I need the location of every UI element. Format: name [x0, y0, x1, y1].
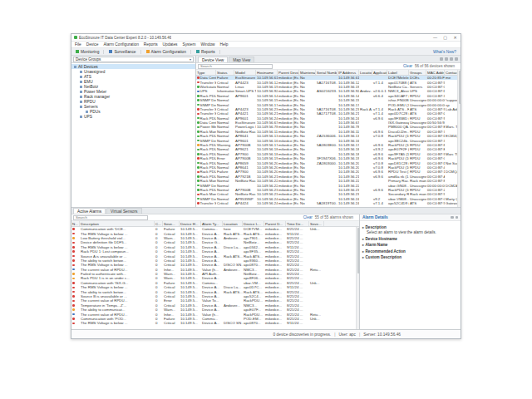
col-device-h[interactable]: Device H...: [180, 221, 201, 226]
col-parent-device[interactable]: Parent Device: [278, 70, 299, 75]
cell: 9/11/24 ...: [286, 285, 309, 289]
table-row[interactable]: UPSInformationalSmart-UPS T...10.149.56.…: [196, 89, 461, 93]
close-icon[interactable]: ✕: [452, 36, 458, 40]
table-row[interactable]: Transfer Swi...CriticalAP442110.149.56.2…: [196, 111, 461, 116]
maximize-icon[interactable]: ▢: [442, 36, 448, 40]
menu-file[interactable]: File: [75, 42, 81, 47]
cell: 8/21/24 ...: [286, 303, 309, 308]
alarm-row[interactable]: The current value of RPDU...0Infor...10.…: [71, 268, 359, 272]
perspective-monitoring[interactable]: Monitoring: [74, 50, 104, 54]
alarm-row[interactable]: Communication with 'DCE...0Failure10.149…: [71, 227, 359, 231]
col-type[interactable]: Type: [196, 70, 216, 75]
table-row[interactable]: Transfer Swi...CriticalAP442410.149.56.2…: [196, 201, 461, 205]
alarm-row[interactable]: Communication with 'ISX-G...0Failure10.1…: [71, 281, 359, 285]
perspective-alarm-configuration[interactable]: Alarm Configuration: [145, 50, 191, 54]
col-seve[interactable]: Seve...: [309, 221, 324, 226]
col-alarm-ty[interactable]: Alarm Ty...: [201, 221, 223, 226]
perspective-surveillance[interactable]: Surveillance: [107, 50, 140, 54]
menu-alarm-configuration[interactable]: Alarm Configuration: [103, 42, 138, 47]
table-row[interactable]: Rack PDUNormalAP864110.149.56.131mikedce…: [196, 134, 461, 138]
cell: The RMS Voltage is below ...: [80, 245, 155, 249]
alarm-row[interactable]: Communication with 'POD...0Failure10.149…: [71, 317, 359, 321]
pin-icon[interactable]: [451, 216, 454, 219]
menu-system[interactable]: System: [182, 42, 195, 47]
col-groups[interactable]: Groups: [409, 70, 426, 75]
col-model[interactable]: Model: [234, 70, 256, 75]
section-alarm-name[interactable]: ▸Alarm Name: [362, 243, 458, 247]
refresh-icon[interactable]: [450, 57, 453, 61]
menu-help[interactable]: Help: [220, 42, 229, 47]
section-device-hostname[interactable]: ▸Device Hostname: [362, 237, 458, 241]
settings-icon[interactable]: [455, 57, 458, 61]
table-row[interactable]: Rack PDUWarningAP7900B10.149.56.170miked…: [196, 143, 461, 147]
scrollbar-thumb[interactable]: [459, 71, 461, 104]
cell: RPDU: [409, 165, 426, 170]
scrollbar-thumb[interactable]: [357, 228, 360, 273]
alarm-table-scrollbar[interactable]: [356, 227, 359, 329]
menu-reports[interactable]: Reports: [144, 42, 158, 47]
tab-virtual-sensors[interactable]: Virtual Sensors: [106, 208, 141, 214]
status-icon: [197, 81, 200, 84]
col-label[interactable]: Label: [387, 70, 409, 75]
table-row[interactable]: Transfer Swi...CriticalAP442310.149.56.1…: [196, 80, 461, 84]
cell: 8/21/24 ...: [286, 249, 309, 254]
tab-map-view[interactable]: Map View: [229, 57, 254, 62]
severity-icon: [72, 264, 75, 267]
alarm-search-input[interactable]: [73, 215, 148, 220]
col-time-de[interactable]: Time De...: [286, 221, 309, 226]
col-applicatio[interactable]: Applicatio...: [372, 70, 387, 75]
col-seve[interactable]: Seve...: [163, 221, 180, 226]
table-row[interactable]: Rack PDUErrorAP7900B10.149.56.196mikedce…: [196, 156, 461, 160]
cell: v7.1.4: [372, 107, 387, 111]
cell: 9/11/24 ...: [286, 321, 309, 325]
menu-window[interactable]: Window: [200, 42, 214, 47]
perspective-reports[interactable]: Reports: [195, 50, 220, 54]
menu-device[interactable]: Device: [86, 42, 99, 47]
cell: AP4421: [234, 111, 256, 116]
col-parent-d[interactable]: Parent D...: [264, 221, 286, 226]
folder-icon: [80, 91, 82, 93]
menu-updates[interactable]: Updates: [163, 42, 178, 47]
col-location[interactable]: Location: [359, 70, 372, 75]
cell: Rack PDU: [196, 143, 216, 147]
cell: Error: [216, 156, 234, 160]
table-row[interactable]: Rack PDUNormalAP865910.149.56.201mikedce…: [196, 160, 461, 165]
collapse-icon[interactable]: [456, 216, 459, 219]
export-icon[interactable]: [440, 57, 443, 61]
col-status[interactable]: Status: [216, 70, 234, 75]
section-custom-description[interactable]: ▸Custom Description: [362, 255, 458, 259]
table-row[interactable]: Transfer Swi...CriticalAP442310.149.56.2…: [196, 107, 461, 111]
col-n[interactable]: N...: [71, 221, 80, 226]
tree-item-ups[interactable]: UPS: [71, 114, 195, 119]
col-description[interactable]: Description: [80, 221, 155, 226]
col-location[interactable]: Location: [223, 221, 243, 226]
cell: [71, 291, 80, 293]
table-row[interactable]: Rack PDUNormalAP961710.149.56.252mikedce…: [196, 205, 461, 207]
tab-active-alarms[interactable]: Active Alarms: [73, 208, 106, 214]
cell: mikedce (Ec...: [278, 156, 299, 160]
col-c[interactable]: C...: [155, 221, 163, 226]
col-ip-address[interactable]: IP Address: [337, 70, 359, 75]
col-mac-address[interactable]: MAC Address: [426, 70, 445, 75]
col-hostname[interactable]: Hostname: [256, 70, 278, 75]
device-table-scrollbar[interactable]: [457, 70, 461, 207]
col-serial-number[interactable]: Serial Number: [316, 70, 337, 75]
device-clear-button[interactable]: Clear: [403, 64, 412, 68]
columns-icon[interactable]: [445, 57, 448, 61]
minimize-icon[interactable]: —: [432, 36, 438, 40]
col-device-l[interactable]: Device L...: [243, 221, 264, 226]
col-maintenan[interactable]: Maintenan...: [299, 70, 316, 75]
whats-new-link[interactable]: What's New?: [433, 50, 458, 54]
severity-icon: [72, 278, 75, 280]
cell: AP4423: [234, 107, 256, 111]
alarm-clear-button[interactable]: Clear: [303, 215, 313, 219]
section-description[interactable]: ▸Description: [362, 225, 458, 229]
tab-device-view[interactable]: Device View: [198, 57, 228, 62]
cell: 10.149.56.241: [337, 116, 359, 121]
device-search-input[interactable]: [198, 64, 273, 69]
section-recommended-action[interactable]: ▸Recommended Action: [362, 249, 458, 254]
alarm-row[interactable]: The RMS Voltage is below ...0Critical10.…: [71, 321, 359, 325]
col-contact-na[interactable]: Contact Na...: [445, 70, 458, 75]
device-groups-selector[interactable]: Device Groups ▾: [73, 57, 194, 62]
alarm-row[interactable]: The current value of RPDU...0Infor...10.…: [71, 312, 359, 316]
